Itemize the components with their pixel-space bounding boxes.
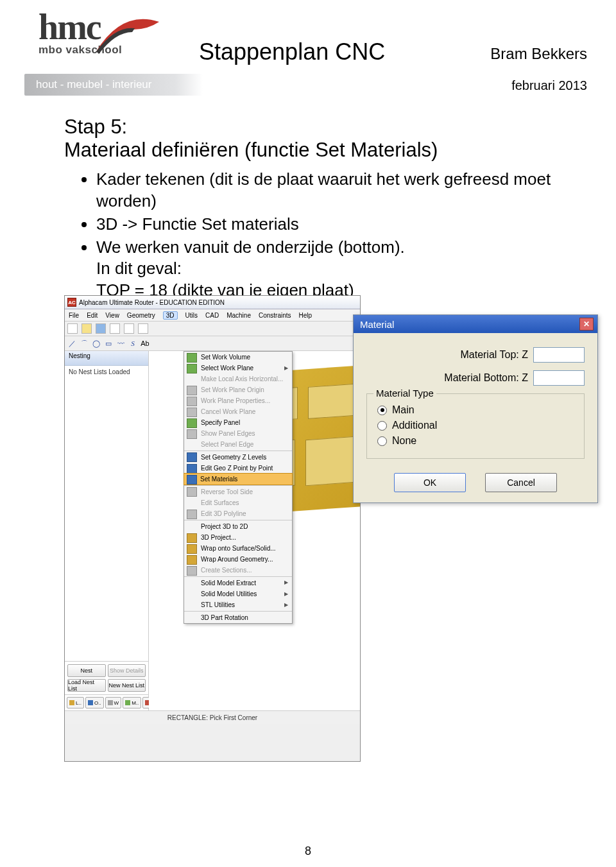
- side-panel-buttons: NestShow DetailsLoad Nest ListNew Nest L…: [65, 661, 148, 694]
- menu-item[interactable]: Edit Geo Z Point by Point: [184, 463, 292, 474]
- menu-item-icon: [187, 544, 197, 554]
- menu-item-icon: [187, 452, 197, 462]
- input-row-top: Material Top: Z: [366, 347, 585, 363]
- menu-item: Cancel Work Plane: [184, 406, 292, 417]
- radio-option[interactable]: Main: [377, 404, 574, 416]
- menu-item-icon: [187, 510, 197, 519]
- menu-item-file[interactable]: File: [69, 312, 79, 319]
- side-tab[interactable]: W: [105, 697, 122, 708]
- toolbar-icon[interactable]: [110, 323, 120, 334]
- workpiece-slot: [308, 382, 360, 419]
- material-top-input[interactable]: [533, 347, 585, 363]
- menu-item-icon: [187, 418, 197, 428]
- side-panel-content: No Nest Lists Loaded: [65, 366, 148, 661]
- polyline-tool-icon[interactable]: 〰: [116, 339, 125, 348]
- text-tool-icon[interactable]: Ab: [141, 339, 150, 348]
- menu-item-3d[interactable]: 3D: [163, 311, 178, 320]
- material-bottom-input[interactable]: [533, 370, 585, 386]
- menu-item[interactable]: Solid Model Utilities▶: [184, 588, 292, 599]
- dialog-body: Material Top: Z Material Bottom: Z Mater…: [354, 333, 597, 502]
- menu-item-cad[interactable]: CAD: [205, 312, 219, 319]
- menu-item[interactable]: Wrap Around Geometry...: [184, 554, 292, 565]
- line-tool-icon[interactable]: ／: [67, 339, 76, 348]
- side-button[interactable]: Nest: [67, 664, 106, 677]
- menu-item-machine[interactable]: Machine: [227, 312, 251, 319]
- input-row-bottom: Material Bottom: Z: [366, 370, 585, 386]
- menu-item[interactable]: Select Work Plane▶: [184, 363, 292, 373]
- bullet-item: 3D -> Functie Set materials: [96, 214, 571, 236]
- side-button[interactable]: Load Nest List: [67, 679, 106, 692]
- toolbar-icon[interactable]: [67, 323, 78, 334]
- tab-label: L..: [76, 700, 81, 706]
- menu-item: Reverse Tool Side: [184, 485, 292, 497]
- canvas-area[interactable]: Set Work VolumeSelect Work Plane▶Make Lo…: [149, 351, 360, 710]
- menu-item[interactable]: STL Utilities▶: [184, 599, 292, 610]
- menu-item: Select Panel Edge: [184, 439, 292, 450]
- toolbar-icon[interactable]: [124, 323, 134, 334]
- side-button[interactable]: New Nest List: [108, 679, 146, 692]
- side-tab[interactable]: L..: [67, 697, 84, 708]
- menu-item-icon: [187, 408, 197, 417]
- cancel-button[interactable]: Cancel: [485, 473, 557, 492]
- rect-tool-icon[interactable]: ▭: [104, 339, 113, 348]
- screenshots-area: AC Alphacam Ultimate Router - EDUCATION …: [64, 295, 578, 764]
- logo-swoosh-icon: [90, 6, 167, 67]
- dialog-titlebar[interactable]: Material ✕: [354, 315, 597, 333]
- menu-item[interactable]: Specify Panel: [184, 417, 292, 428]
- submenu-arrow-icon: ▶: [284, 365, 288, 371]
- ok-button[interactable]: OK: [394, 473, 466, 492]
- tab-color-icon: [125, 700, 130, 705]
- radio-label: Additional: [392, 420, 437, 431]
- side-panel-header: Nesting: [65, 351, 148, 366]
- toolbar-icon[interactable]: [96, 323, 106, 334]
- side-tab[interactable]: O..: [85, 697, 104, 708]
- menu-item: Edit Surfaces: [184, 497, 292, 508]
- dropdown-menu-3d[interactable]: Set Work VolumeSelect Work Plane▶Make Lo…: [184, 351, 293, 624]
- arc-tool-icon[interactable]: ⌒: [80, 339, 89, 348]
- menu-item[interactable]: 3D Project...: [184, 532, 292, 543]
- tab-label: M..: [132, 700, 139, 706]
- toolbar-row-2[interactable]: ／ ⌒ ◯ ▭ 〰 S Ab: [65, 336, 360, 351]
- menu-item[interactable]: Set Geometry Z Levels: [184, 451, 292, 463]
- toolbar-row-1[interactable]: [65, 322, 360, 336]
- radio-option[interactable]: None: [377, 435, 574, 447]
- menu-item[interactable]: Wrap onto Surface/Solid...: [184, 543, 292, 554]
- menu-item-icon: [187, 386, 197, 395]
- radio-option[interactable]: Additional: [377, 420, 574, 431]
- submenu-arrow-icon: ▶: [284, 579, 288, 585]
- menu-item-icon: [187, 364, 197, 373]
- toolbar-icon[interactable]: [81, 323, 92, 334]
- tagline-text: hout - meubel - interieur: [36, 78, 151, 91]
- step-heading: Stap 5: Materiaal definiëren (functie Se…: [64, 116, 571, 161]
- dialog-buttons: OK Cancel: [366, 473, 585, 492]
- side-tab[interactable]: M..: [123, 697, 141, 708]
- menu-item-geometry[interactable]: Geometry: [127, 312, 155, 319]
- menu-item: Make Local Axis Horizontal...: [184, 373, 292, 384]
- circle-tool-icon[interactable]: ◯: [92, 339, 101, 348]
- menu-item-icon: [187, 555, 197, 565]
- menu-item[interactable]: Set Work Volume: [184, 352, 292, 363]
- workpiece-slot: [305, 434, 360, 486]
- material-dialog: Material ✕ Material Top: Z Material Bott…: [353, 314, 598, 503]
- menu-bar[interactable]: FileEditViewGeometry3DUtilsCADMachineCon…: [65, 309, 360, 322]
- close-icon[interactable]: ✕: [579, 318, 594, 330]
- radio-icon: [377, 421, 387, 431]
- menu-item-help[interactable]: Help: [299, 312, 312, 319]
- spline-tool-icon[interactable]: S: [128, 339, 137, 348]
- menu-item: Set Work Plane Origin: [184, 384, 292, 395]
- submenu-arrow-icon: ▶: [284, 591, 288, 597]
- menu-item-utils[interactable]: Utils: [185, 312, 198, 319]
- menu-item-edit[interactable]: Edit: [87, 312, 98, 319]
- alphacam-window: AC Alphacam Ultimate Router - EDUCATION …: [64, 295, 361, 762]
- menu-item[interactable]: Project 3D to 2D: [184, 520, 292, 532]
- menu-item-icon: [187, 353, 197, 363]
- window-body: Nesting No Nest Lists Loaded NestShow De…: [65, 351, 360, 710]
- menu-item-constraints[interactable]: Constraints: [259, 312, 291, 319]
- menu-item[interactable]: Solid Model Extract▶: [184, 576, 292, 588]
- menu-item[interactable]: 3D Part Rotation: [184, 611, 292, 623]
- toolbar-icon[interactable]: [138, 323, 148, 334]
- menu-item[interactable]: Set Materials: [184, 473, 293, 485]
- bullet-item: Kader tekenen (dit is de plaat waaruit h…: [96, 169, 571, 212]
- side-panel-tabs[interactable]: L..O..WM..N..: [65, 694, 148, 710]
- menu-item-view[interactable]: View: [105, 312, 119, 319]
